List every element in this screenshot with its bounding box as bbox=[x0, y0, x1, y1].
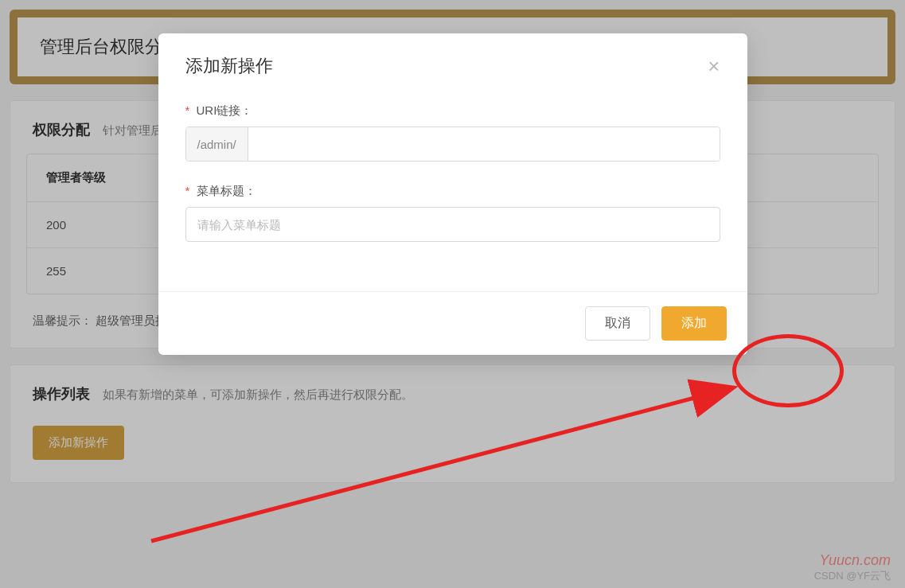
modal-body: * URI链接： /admin/ * 菜单标题： bbox=[158, 88, 747, 291]
uri-label-text: URI链接： bbox=[197, 103, 253, 117]
required-mark: * bbox=[185, 103, 190, 117]
cancel-button[interactable]: 取消 bbox=[585, 306, 650, 341]
uri-prefix: /admin/ bbox=[186, 127, 248, 161]
modal-overlay[interactable]: 添加新操作 × * URI链接： /admin/ * 菜单标题： bbox=[0, 0, 905, 588]
uri-input[interactable] bbox=[248, 127, 720, 161]
required-mark: * bbox=[185, 184, 190, 197]
menu-title-input[interactable] bbox=[185, 207, 720, 242]
add-operation-modal: 添加新操作 × * URI链接： /admin/ * 菜单标题： bbox=[158, 33, 747, 355]
uri-field-row: * URI链接： /admin/ bbox=[185, 103, 720, 162]
modal-footer: 取消 添加 bbox=[158, 291, 747, 355]
menu-title-label: * 菜单标题： bbox=[185, 184, 720, 199]
uri-label: * URI链接： bbox=[185, 103, 720, 119]
modal-header: 添加新操作 × bbox=[158, 33, 747, 88]
confirm-add-button[interactable]: 添加 bbox=[661, 306, 727, 341]
menu-title-field-row: * 菜单标题： bbox=[185, 184, 720, 242]
close-icon[interactable]: × bbox=[708, 56, 720, 76]
menu-title-label-text: 菜单标题： bbox=[197, 184, 256, 197]
uri-input-group: /admin/ bbox=[185, 127, 720, 162]
modal-title: 添加新操作 bbox=[185, 54, 273, 78]
